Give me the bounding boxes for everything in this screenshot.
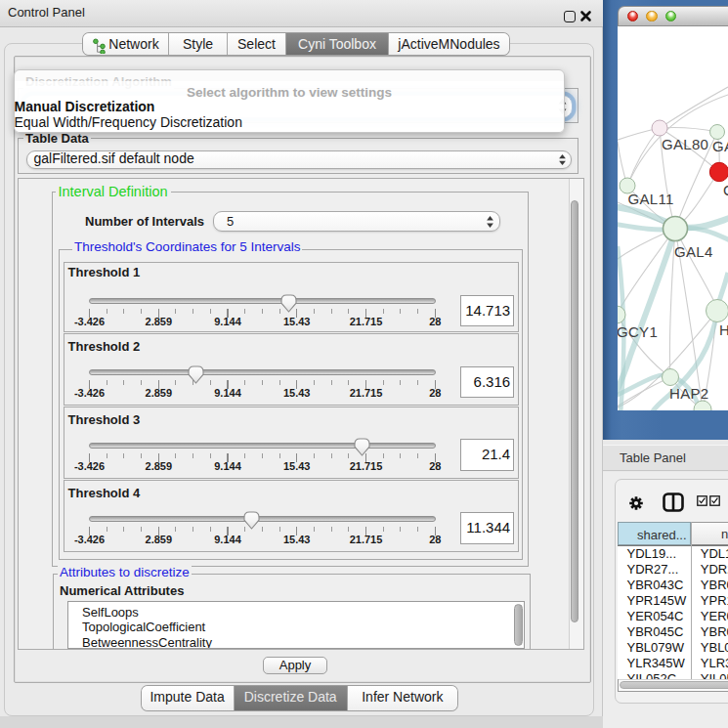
svg-text:H: H: [719, 321, 728, 338]
svg-text:GCY1: GCY1: [618, 323, 658, 340]
svg-text:C: C: [723, 182, 728, 198]
svg-text:GAL80: GAL80: [662, 136, 708, 152]
svg-text:HAP2: HAP2: [669, 385, 708, 402]
svg-text:GA: GA: [712, 138, 728, 154]
svg-text:GAL4: GAL4: [674, 243, 713, 260]
svg-text:GAL11: GAL11: [628, 191, 674, 207]
